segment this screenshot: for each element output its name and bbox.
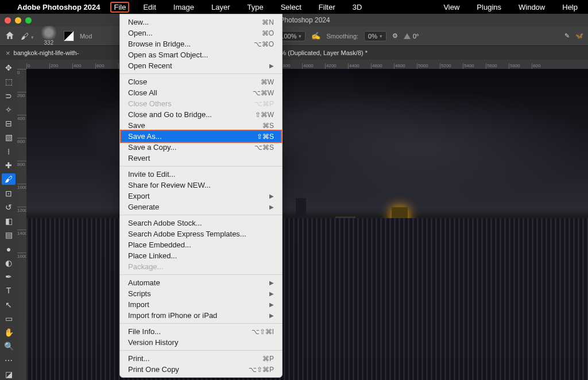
tool-ellipsis[interactable]: ⋯: [2, 355, 16, 366]
menu-item-generate[interactable]: Generate▶: [120, 201, 282, 212]
menu-item-close[interactable]: Close⌘W: [120, 76, 282, 87]
menu-item-label: Place Linked...: [128, 251, 177, 260]
menu-image[interactable]: Image: [170, 2, 198, 13]
menu-layer[interactable]: Layer: [208, 2, 234, 13]
menu-filter[interactable]: Filter: [315, 2, 339, 13]
tool-frame[interactable]: ▧: [2, 131, 16, 143]
menu-item-label: Close: [128, 77, 147, 86]
app-name[interactable]: Adobe Photoshop 2024: [17, 3, 100, 11]
document-tab[interactable]: bangkok-night-life-with-: [14, 49, 79, 56]
smoothing-label: Smoothing:: [326, 33, 358, 40]
menu-item-package: Package...: [120, 261, 282, 272]
menu-item-revert[interactable]: Revert: [120, 153, 282, 164]
menu-item-close-all[interactable]: Close All⌥⌘W: [120, 87, 282, 98]
menu-file[interactable]: File: [110, 2, 129, 13]
menu-item-label: Search Adobe Stock...: [128, 219, 202, 227]
menu-item-import[interactable]: Import▶: [120, 299, 282, 310]
menu-item-label: Save: [128, 121, 145, 130]
tool-eyedrop[interactable]: ⁞: [2, 146, 16, 157]
chevron-right-icon: ▶: [269, 204, 274, 210]
menu-item-import-from-iphone-or-ipad[interactable]: Import from iPhone or iPad▶: [120, 310, 282, 321]
tool-move[interactable]: ✥: [2, 62, 16, 73]
tool-blur[interactable]: ●: [2, 243, 16, 254]
menu-item-label: Save As...: [128, 132, 162, 141]
document-tabbar: × bangkok-night-life-with- utc.jpg @ 33,…: [0, 46, 588, 60]
tool-brush[interactable]: 🖌: [2, 173, 16, 185]
menu-item-print[interactable]: Print...⌘P: [120, 353, 282, 364]
menu-item-scripts[interactable]: Scripts▶: [120, 288, 282, 299]
menu-item-export[interactable]: Export▶: [120, 191, 282, 201]
menu-help[interactable]: Help: [559, 2, 581, 13]
tool-pen[interactable]: ✒: [2, 271, 16, 282]
brush-tool-preview-icon[interactable]: 🖌 ▾: [21, 32, 34, 41]
menu-item-invite-to-edit[interactable]: Invite to Edit...: [120, 169, 282, 180]
menu-item-open-as-smart-object[interactable]: Open as Smart Object...: [120, 49, 282, 60]
tool-zoom[interactable]: 🔍: [2, 340, 16, 352]
menu-item-label: Revert: [128, 154, 150, 162]
menu-item-file-info[interactable]: File Info...⌥⇧⌘I: [120, 326, 282, 337]
gear-icon[interactable]: ⚙: [392, 32, 398, 40]
menu-item-save-as[interactable]: Save As...⇧⌘S: [120, 130, 282, 143]
menu-item-close-and-go-to-bridge[interactable]: Close and Go to Bridge...⇧⌘W: [120, 109, 282, 120]
tool-marquee[interactable]: ⬚: [2, 76, 16, 87]
smoothing-select[interactable]: 0%▾: [364, 31, 386, 41]
tool-hand[interactable]: ✋: [2, 327, 16, 338]
tool-heal[interactable]: ✚: [2, 160, 16, 171]
chevron-right-icon: ▶: [269, 312, 274, 319]
menu-item-automate[interactable]: Automate▶: [120, 277, 282, 288]
chevron-right-icon: ▶: [269, 290, 274, 297]
menu-item-print-one-copy[interactable]: Print One Copy⌥⇧⌘P: [120, 364, 282, 375]
home-icon[interactable]: [5, 30, 15, 42]
menu-item-browse-in-bridge[interactable]: Browse in Bridge...⌥⌘O: [120, 38, 282, 49]
canvas[interactable]: [26, 69, 588, 380]
airbrush-icon[interactable]: ✍: [311, 32, 320, 40]
tool-crop[interactable]: ⊟: [2, 118, 16, 129]
brush-preview[interactable]: [40, 26, 58, 40]
brush-angle[interactable]: 0°: [404, 33, 419, 40]
menu-plugins[interactable]: Plugins: [473, 2, 505, 13]
menu-edit[interactable]: Edit: [140, 2, 159, 13]
menu-item-share-for-review-new[interactable]: Share for Review NEW...: [120, 180, 282, 191]
menu-view[interactable]: View: [440, 2, 463, 13]
close-window-icon[interactable]: [5, 17, 11, 24]
menu-select[interactable]: Select: [277, 2, 305, 13]
menu-item-label: Browse in Bridge...: [128, 40, 191, 48]
workspace: ✥⬚⊃✧⊟▧⁞✚🖌⊡↺◧▤●◐✒T↖▭✋🔍⋯◪ 0200400600800260…: [0, 60, 588, 380]
tool-dodge[interactable]: ◐: [2, 257, 16, 269]
menu-item-new[interactable]: New...⌘N: [120, 17, 282, 28]
menu-item-open-recent[interactable]: Open Recent▶: [120, 60, 282, 71]
ruler-horizontal: 0200400600800260028003000320034003600380…: [17, 60, 588, 69]
menu-item-label: Scripts: [128, 289, 151, 298]
tool-stamp[interactable]: ⊡: [2, 187, 16, 199]
menu-item-version-history[interactable]: Version History: [120, 337, 282, 348]
menu-type[interactable]: Type: [244, 2, 267, 13]
menu-item-open[interactable]: Open...⌘O: [120, 28, 282, 38]
menu-window[interactable]: Window: [515, 2, 548, 13]
skyline-decoration: [26, 193, 588, 287]
menu-separator: [120, 73, 282, 74]
menu-item-label: Import: [128, 300, 149, 309]
tool-history[interactable]: ↺: [2, 201, 16, 213]
menu-item-search-adobe-express-templates[interactable]: Search Adobe Express Templates...: [120, 228, 282, 239]
menu-item-save-a-copy[interactable]: Save a Copy...⌥⌘S: [120, 142, 282, 153]
maximize-window-icon[interactable]: [25, 17, 32, 24]
tool-fgbg[interactable]: ◪: [2, 369, 16, 380]
tool-rect[interactable]: ▭: [2, 313, 16, 324]
menu-separator: [120, 323, 282, 324]
tool-type[interactable]: T: [2, 285, 16, 296]
menu-item-place-linked[interactable]: Place Linked...: [120, 250, 282, 261]
chevron-right-icon: ▶: [269, 63, 274, 69]
blend-swatch-icon[interactable]: [64, 31, 74, 41]
tool-wand[interactable]: ✧: [2, 104, 16, 115]
tool-lasso[interactable]: ⊃: [2, 90, 16, 102]
tool-path[interactable]: ↖: [2, 299, 16, 311]
tool-eraser[interactable]: ◧: [2, 215, 16, 227]
symmetry-icon[interactable]: ✎: [564, 32, 570, 40]
menu-item-search-adobe-stock[interactable]: Search Adobe Stock...: [120, 218, 282, 228]
close-tab-icon[interactable]: ×: [6, 49, 10, 57]
menu-3d[interactable]: 3D: [349, 2, 366, 13]
menu-item-place-embedded[interactable]: Place Embedded...: [120, 239, 282, 250]
tool-gradient[interactable]: ▤: [2, 229, 16, 241]
minimize-window-icon[interactable]: [15, 17, 21, 24]
butterfly-icon[interactable]: 🦋: [575, 32, 583, 40]
